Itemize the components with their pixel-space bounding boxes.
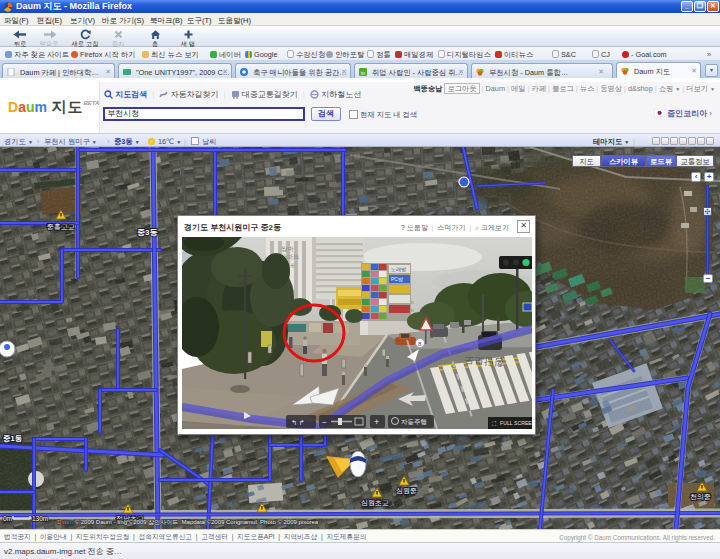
svg-text:심원초교: 심원초교 (361, 499, 389, 506)
svg-text:⛶: ⛶ (492, 421, 496, 427)
svg-text:PC방: PC방 (391, 276, 403, 282)
svg-text:노래방: 노래방 (391, 266, 406, 272)
svg-text:횡단보도: 횡단보도 (464, 355, 505, 368)
svg-text:중흥고교: 중흥고교 (47, 223, 75, 230)
svg-text:130m: 130m (32, 515, 48, 522)
svg-text:−: − (322, 418, 327, 427)
svg-text:천의중: 천의중 (690, 493, 711, 500)
svg-text:↰ ↱: ↰ ↱ (291, 419, 305, 426)
svg-text:+: + (374, 417, 379, 427)
svg-text:심원중: 심원중 (396, 487, 417, 494)
svg-text:중3동: 중3동 (137, 228, 157, 237)
svg-text:자동주행: 자동주행 (401, 418, 427, 426)
svg-text:Daum © 2009 Daum - Img ©2009: Daum © 2009 Daum - Img ©2009 샵인사이드, Mapd… (57, 519, 319, 525)
svg-text:FULL SCREEN: FULL SCREEN (500, 420, 532, 426)
svg-text:중1동: 중1동 (3, 434, 23, 443)
svg-text:쌍마: 쌍마 (281, 245, 295, 253)
svg-text:0m: 0m (3, 515, 12, 522)
svg-text:in: in (361, 69, 365, 75)
